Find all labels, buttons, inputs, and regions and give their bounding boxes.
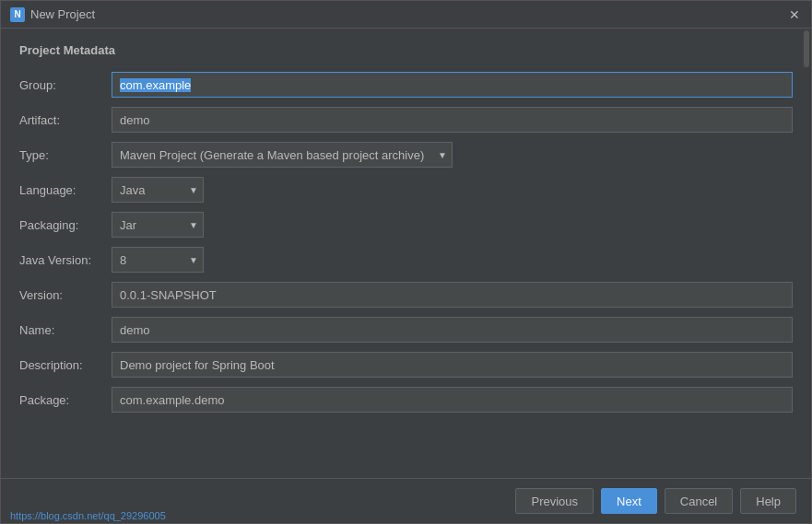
- version-input[interactable]: [112, 282, 793, 308]
- url-hint: https://blog.csdn.net/qq_29296005: [10, 510, 166, 521]
- group-input[interactable]: [112, 72, 793, 98]
- language-label: Language:: [19, 183, 112, 197]
- help-button[interactable]: Help: [740, 488, 796, 514]
- type-select[interactable]: Maven Project (Generate a Maven based pr…: [112, 142, 453, 168]
- next-button[interactable]: Next: [601, 488, 657, 514]
- packaging-label: Packaging:: [19, 218, 112, 232]
- package-label: Package:: [19, 393, 112, 407]
- packaging-row: Packaging: Jar War ▼: [19, 212, 793, 238]
- packaging-field: Jar War ▼: [112, 212, 793, 238]
- cancel-button[interactable]: Cancel: [665, 488, 733, 514]
- dialog-content: Project Metadata Group: Artifact: Type: …: [1, 29, 811, 478]
- name-input[interactable]: [112, 317, 793, 343]
- name-field: [112, 317, 793, 343]
- dialog-title: New Project: [30, 7, 95, 21]
- version-field: [112, 282, 793, 308]
- type-label: Type:: [19, 148, 112, 162]
- java-version-field: 8 11 17 ▼: [112, 247, 793, 273]
- name-label: Name:: [19, 323, 112, 337]
- group-row: Group:: [19, 72, 793, 98]
- version-row: Version:: [19, 282, 793, 308]
- section-title: Project Metadata: [19, 43, 793, 57]
- java-version-row: Java Version: 8 11 17 ▼: [19, 247, 793, 273]
- artifact-input[interactable]: [112, 107, 793, 133]
- package-field: [112, 387, 793, 413]
- new-project-dialog: N New Project ✕ Project Metadata Group: …: [0, 0, 812, 524]
- type-field: Maven Project (Generate a Maven based pr…: [112, 142, 793, 168]
- title-bar-left: N New Project: [10, 7, 95, 22]
- java-version-select-wrapper: 8 11 17 ▼: [112, 247, 204, 273]
- scrollbar-thumb: [804, 30, 809, 67]
- language-row: Language: Java Kotlin Groovy ▼: [19, 177, 793, 203]
- close-button[interactable]: ✕: [787, 7, 802, 22]
- dialog-footer: https://blog.csdn.net/qq_29296005 Previo…: [1, 478, 811, 523]
- app-icon: N: [10, 7, 25, 22]
- description-field: [112, 352, 793, 378]
- package-input[interactable]: [112, 387, 793, 413]
- previous-button[interactable]: Previous: [515, 488, 594, 514]
- artifact-label: Artifact:: [19, 113, 112, 127]
- package-row: Package:: [19, 387, 793, 413]
- group-field: [112, 72, 793, 98]
- language-select[interactable]: Java Kotlin Groovy: [112, 177, 204, 203]
- group-label: Group:: [19, 78, 112, 92]
- name-row: Name:: [19, 317, 793, 343]
- description-row: Description:: [19, 352, 793, 378]
- description-input[interactable]: [112, 352, 793, 378]
- language-select-wrapper: Java Kotlin Groovy ▼: [112, 177, 204, 203]
- scrollbar[interactable]: [802, 29, 811, 477]
- packaging-select-wrapper: Jar War ▼: [112, 212, 204, 238]
- version-label: Version:: [19, 288, 112, 302]
- title-bar: N New Project ✕: [1, 1, 811, 29]
- type-row: Type: Maven Project (Generate a Maven ba…: [19, 142, 793, 168]
- type-select-wrapper: Maven Project (Generate a Maven based pr…: [112, 142, 453, 168]
- artifact-row: Artifact:: [19, 107, 793, 133]
- java-version-label: Java Version:: [19, 253, 112, 267]
- java-version-select[interactable]: 8 11 17: [112, 247, 204, 273]
- artifact-field: [112, 107, 793, 133]
- description-label: Description:: [19, 358, 112, 372]
- language-field: Java Kotlin Groovy ▼: [112, 177, 793, 203]
- packaging-select[interactable]: Jar War: [112, 212, 204, 238]
